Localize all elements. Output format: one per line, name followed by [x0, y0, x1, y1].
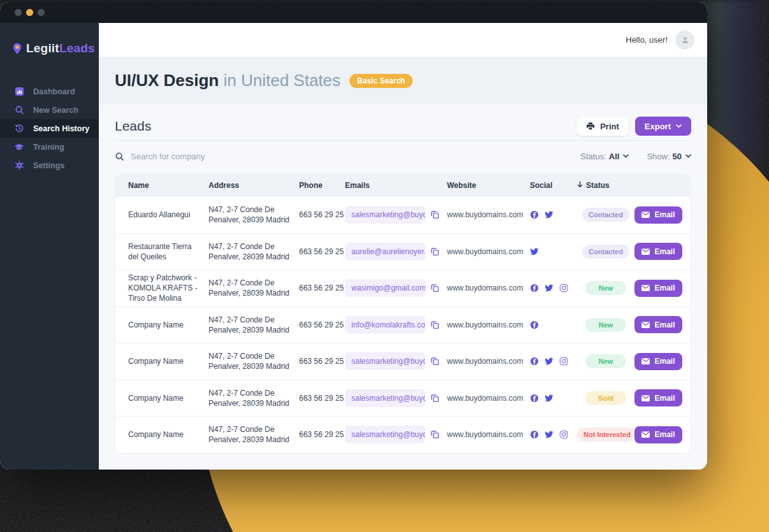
- envelope-icon: [641, 212, 650, 218]
- lead-website: www.buydomains.com: [447, 394, 530, 403]
- sidebar-item-label: Dashboard: [33, 87, 75, 96]
- twitter-icon[interactable]: [545, 394, 553, 403]
- chevron-down-icon: [623, 154, 629, 158]
- greeting-text: Hello, user!: [626, 35, 668, 45]
- copy-email-button[interactable]: [430, 394, 439, 403]
- copy-email-button[interactable]: [430, 284, 439, 292]
- facebook-icon[interactable]: [530, 284, 539, 292]
- lead-phone: 663 56 29 25: [299, 357, 345, 366]
- show-count-label: Show:: [647, 152, 670, 161]
- table-row: Company Name N47, 2-7 Conde De Penalver,…: [115, 306, 691, 343]
- facebook-icon[interactable]: [530, 430, 539, 439]
- status-filter-dropdown[interactable]: Status:All: [580, 152, 629, 161]
- copy-email-button[interactable]: [430, 320, 439, 329]
- export-button[interactable]: Export: [635, 117, 691, 136]
- person-icon: [680, 35, 690, 45]
- email-lead-button[interactable]: Email: [634, 353, 682, 370]
- printer-icon: [586, 122, 595, 131]
- email-button-label: Email: [654, 320, 675, 329]
- lead-phone: 663 56 29 25: [299, 247, 345, 256]
- copy-email-button[interactable]: [430, 357, 439, 366]
- instagram-icon[interactable]: [559, 430, 568, 439]
- table-row: Eduardo Allanegui N47, 2-7 Conde De Pena…: [115, 196, 691, 233]
- lead-website: www.buydomains.com: [447, 210, 530, 219]
- facebook-icon[interactable]: [530, 210, 539, 219]
- app-window: LegiitLeads DashboardNew SearchSearch Hi…: [0, 2, 707, 470]
- column-header-address: Address: [209, 181, 299, 190]
- twitter-icon[interactable]: [545, 284, 553, 292]
- lead-phone: 663 56 29 25: [299, 210, 345, 219]
- company-search-input[interactable]: [131, 152, 322, 161]
- email-lead-button[interactable]: Email: [634, 206, 682, 224]
- facebook-icon[interactable]: [530, 394, 539, 403]
- lead-email-chip: aurelie@aurelienoyer.com: [345, 243, 425, 261]
- instagram-icon[interactable]: [559, 284, 568, 292]
- user-avatar[interactable]: [675, 31, 694, 50]
- facebook-icon[interactable]: [530, 320, 539, 329]
- column-header-status[interactable]: Status: [577, 181, 634, 190]
- twitter-icon[interactable]: [545, 430, 553, 439]
- lead-email-chip: salesmarketing@buydom...: [345, 206, 425, 224]
- sidebar-item-training[interactable]: Training: [0, 138, 99, 156]
- copy-icon: [430, 247, 439, 256]
- twitter-icon[interactable]: [530, 247, 539, 256]
- email-lead-button[interactable]: Email: [634, 316, 682, 333]
- lead-phone: 663 56 29 25: [299, 284, 345, 292]
- instagram-icon[interactable]: [559, 357, 568, 366]
- copy-email-button[interactable]: [430, 210, 439, 219]
- search-keyword: UI/UX Design: [115, 71, 219, 90]
- lead-website: www.buydomains.com: [447, 284, 530, 292]
- lead-email-chip: wasimigo@gmail.com: [345, 279, 425, 297]
- copy-icon: [430, 210, 439, 219]
- email-lead-button[interactable]: Email: [634, 426, 682, 443]
- facebook-icon[interactable]: [530, 357, 539, 366]
- envelope-icon: [641, 431, 650, 438]
- sidebar: LegiitLeads DashboardNew SearchSearch Hi…: [0, 23, 99, 470]
- lead-email-chip: salesmarketing@buydom...: [345, 389, 425, 407]
- envelope-icon: [641, 395, 650, 401]
- window-control-dot[interactable]: [38, 9, 45, 16]
- search-type-badge: Basic Search: [349, 74, 413, 88]
- table-header: NameAddressPhoneEmailsWebsiteSocialStatu…: [115, 175, 691, 196]
- sidebar-item-new-search[interactable]: New Search: [0, 101, 99, 119]
- lead-email-chip: salesmarketing@buydom...: [345, 426, 425, 443]
- email-button-label: Email: [654, 210, 675, 219]
- lead-social-links: [530, 394, 577, 403]
- status-filter-value: All: [609, 152, 620, 161]
- lead-social-links: [530, 357, 577, 366]
- export-label: Export: [645, 122, 671, 131]
- lead-website: www.buydomains.com: [447, 320, 530, 329]
- lead-name: Company Name: [128, 429, 209, 440]
- column-header-name: Name: [128, 181, 209, 190]
- chevron-down-icon: [685, 154, 691, 158]
- email-lead-button[interactable]: Email: [634, 243, 682, 260]
- lead-address: N47, 2-7 Conde De Penalver, 28039 Madrid: [209, 424, 299, 445]
- email-lead-button[interactable]: Email: [634, 280, 682, 297]
- lead-phone: 663 56 29 25: [299, 394, 345, 403]
- window-control-dot[interactable]: [15, 9, 22, 16]
- training-icon: [14, 142, 24, 152]
- decorative-background: LegiitLeads DashboardNew SearchSearch Hi…: [0, 0, 769, 532]
- twitter-icon[interactable]: [545, 210, 553, 219]
- lead-social-links: [530, 247, 577, 256]
- print-button[interactable]: Print: [576, 117, 629, 136]
- status-badge: New: [585, 318, 626, 332]
- lead-address: N47, 2-7 Conde De Penalver, 28039 Madrid: [209, 205, 299, 225]
- email-lead-button[interactable]: Email: [634, 389, 682, 406]
- app-logo[interactable]: LegiitLeads: [0, 28, 99, 69]
- email-button-label: Email: [654, 284, 675, 292]
- column-header-website: Website: [447, 181, 530, 190]
- lead-email-chip: salesmarketing@buydom...: [345, 352, 425, 370]
- copy-email-button[interactable]: [430, 247, 439, 256]
- copy-email-button[interactable]: [430, 430, 439, 439]
- window-titlebar: [0, 2, 707, 23]
- show-count-dropdown[interactable]: Show:50: [647, 152, 691, 161]
- sidebar-item-settings[interactable]: Settings: [0, 156, 99, 175]
- twitter-icon[interactable]: [545, 357, 553, 366]
- leads-table: NameAddressPhoneEmailsWebsiteSocialStatu…: [115, 174, 691, 454]
- sidebar-item-search-history[interactable]: Search History: [0, 119, 99, 138]
- sidebar-item-dashboard[interactable]: Dashboard: [0, 82, 99, 101]
- table-row: Scrap y Patchwork - KOMOLA KRAFTS - Tirs…: [115, 270, 691, 306]
- window-control-dot[interactable]: [26, 9, 33, 16]
- lead-address: N47, 2-7 Conde De Penalver, 28039 Madrid: [209, 278, 299, 298]
